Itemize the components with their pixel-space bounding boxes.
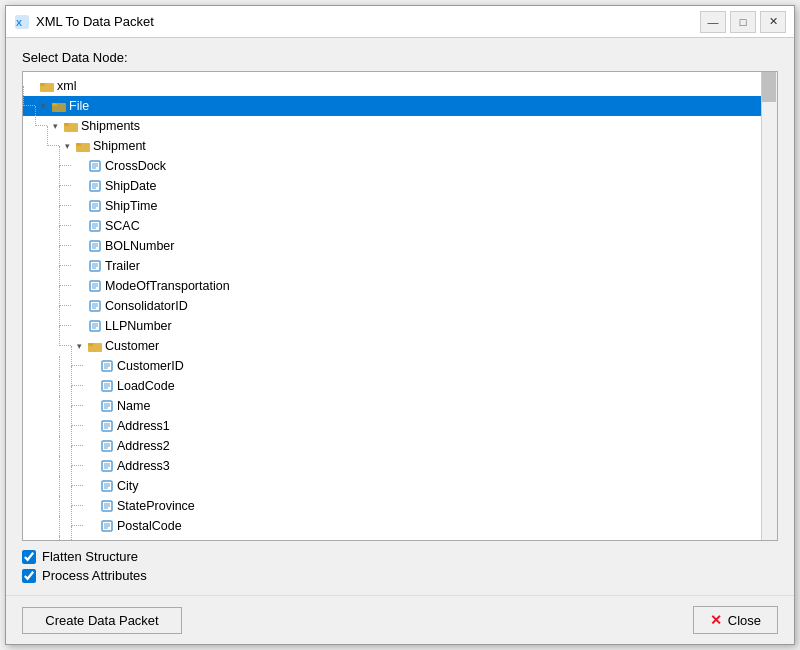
tree-item-city[interactable]: City	[23, 476, 777, 496]
node-label-loadcode: LoadCode	[117, 379, 175, 393]
toggle-placeholder	[71, 258, 87, 274]
leaf-icon	[99, 458, 115, 474]
svg-text:X: X	[16, 18, 22, 28]
tree-item-shipdate[interactable]: ShipDate	[23, 176, 777, 196]
toggle-placeholder	[83, 478, 99, 494]
node-label-shipments: Shipments	[81, 119, 140, 133]
svg-rect-9	[76, 143, 81, 146]
window-title: XML To Data Packet	[36, 14, 700, 29]
tree-item-bolnumber[interactable]: BOLNumber	[23, 236, 777, 256]
flatten-structure-checkbox[interactable]	[22, 550, 36, 564]
leaf-icon	[87, 278, 103, 294]
svg-rect-5	[52, 103, 57, 106]
process-attributes-checkbox[interactable]	[22, 569, 36, 583]
tree-item-customerid[interactable]: CustomerID	[23, 356, 777, 376]
tree-item-loadcode[interactable]: LoadCode	[23, 376, 777, 396]
tree-item-name[interactable]: Name	[23, 396, 777, 416]
tree-item-stateprovince[interactable]: StateProvince	[23, 496, 777, 516]
toggle-placeholder	[71, 158, 87, 174]
node-label-countrycode: CountryCode	[117, 539, 191, 541]
v-line	[59, 416, 71, 436]
window-controls: — □ ✕	[700, 11, 786, 33]
flatten-structure-label[interactable]: Flatten Structure	[42, 549, 138, 564]
tree-item-postalcode[interactable]: PostalCode	[23, 516, 777, 536]
scrollbar-thumb[interactable]	[762, 72, 776, 102]
content-area: Select Data Node: xml▾File▾Shipments▾Shi…	[6, 38, 794, 595]
create-data-packet-button[interactable]: Create Data Packet	[22, 607, 182, 634]
h-line	[59, 226, 71, 246]
tree-item-shiptime[interactable]: ShipTime	[23, 196, 777, 216]
node-label-address2: Address2	[117, 439, 170, 453]
v-line	[59, 476, 71, 496]
maximize-button[interactable]: □	[730, 11, 756, 33]
tree-item-countrycode[interactable]: CountryCode	[23, 536, 777, 541]
h-line	[71, 386, 83, 406]
tree-item-llpnumber[interactable]: LLPNumber	[23, 316, 777, 336]
close-button-label: Close	[728, 613, 761, 628]
checkboxes-area: Flatten Structure Process Attributes	[22, 549, 778, 583]
folder-icon	[39, 78, 55, 94]
tree-item-address3[interactable]: Address3	[23, 456, 777, 476]
tree-item-modeoftransportation[interactable]: ModeOfTransportation	[23, 276, 777, 296]
folder-icon	[75, 138, 91, 154]
minimize-button[interactable]: —	[700, 11, 726, 33]
process-attributes-label[interactable]: Process Attributes	[42, 568, 147, 583]
tree-item-address1[interactable]: Address1	[23, 416, 777, 436]
h-line	[59, 166, 71, 186]
process-attributes-row: Process Attributes	[22, 568, 778, 583]
main-window: X XML To Data Packet — □ ✕ Select Data N…	[5, 5, 795, 645]
h-line	[47, 126, 59, 146]
scrollbar-track[interactable]	[761, 72, 777, 540]
h-line	[71, 366, 83, 386]
h-line	[35, 106, 47, 126]
leaf-icon	[87, 198, 103, 214]
tree-item-trailer[interactable]: Trailer	[23, 256, 777, 276]
node-label-xml: xml	[57, 79, 76, 93]
tree-inner: xml▾File▾Shipments▾ShipmentCrossDockShip…	[23, 72, 777, 541]
tree-item-file[interactable]: ▾File	[23, 96, 777, 116]
toggle-placeholder	[83, 378, 99, 394]
tree-item-customer[interactable]: ▾Customer	[23, 336, 777, 356]
node-label-trailer: Trailer	[105, 259, 140, 273]
tree-item-shipment[interactable]: ▾Shipment	[23, 136, 777, 156]
node-label-modeoftransportation: ModeOfTransportation	[105, 279, 230, 293]
toggle-placeholder	[71, 198, 87, 214]
node-label-shipment: Shipment	[93, 139, 146, 153]
close-button[interactable]: ✕ Close	[693, 606, 778, 634]
tree-container[interactable]: xml▾File▾Shipments▾ShipmentCrossDockShip…	[22, 71, 778, 541]
app-icon: X	[14, 14, 30, 30]
node-label-shipdate: ShipDate	[105, 179, 156, 193]
v-line	[59, 356, 71, 376]
node-label-file: File	[69, 99, 89, 113]
toggle-placeholder	[71, 298, 87, 314]
tree-item-xml[interactable]: xml	[23, 76, 777, 96]
leaf-icon	[99, 478, 115, 494]
h-line	[59, 266, 71, 286]
toggle-placeholder	[71, 178, 87, 194]
node-label-postalcode: PostalCode	[117, 519, 182, 533]
node-label-consolidatorid: ConsolidatorID	[105, 299, 188, 313]
toggle-placeholder	[83, 518, 99, 534]
svg-rect-47	[88, 343, 93, 346]
folder-icon	[63, 118, 79, 134]
h-line	[71, 466, 83, 486]
window-close-button[interactable]: ✕	[760, 11, 786, 33]
h-line	[59, 326, 71, 346]
node-label-crossdock: CrossDock	[105, 159, 166, 173]
flatten-structure-row: Flatten Structure	[22, 549, 778, 564]
tree-item-shipments[interactable]: ▾Shipments	[23, 116, 777, 136]
tree-item-crossdock[interactable]: CrossDock	[23, 156, 777, 176]
h-line	[59, 146, 71, 166]
tree-item-address2[interactable]: Address2	[23, 436, 777, 456]
v-line	[59, 536, 71, 541]
toggle-placeholder	[83, 358, 99, 374]
footer: Create Data Packet ✕ Close	[6, 595, 794, 644]
node-label-bolnumber: BOLNumber	[105, 239, 174, 253]
tree-item-scac[interactable]: SCAC	[23, 216, 777, 236]
h-line	[71, 446, 83, 466]
leaf-icon	[87, 218, 103, 234]
tree-item-consolidatorid[interactable]: ConsolidatorID	[23, 296, 777, 316]
node-label-address3: Address3	[117, 459, 170, 473]
leaf-icon	[87, 178, 103, 194]
node-label-customerid: CustomerID	[117, 359, 184, 373]
